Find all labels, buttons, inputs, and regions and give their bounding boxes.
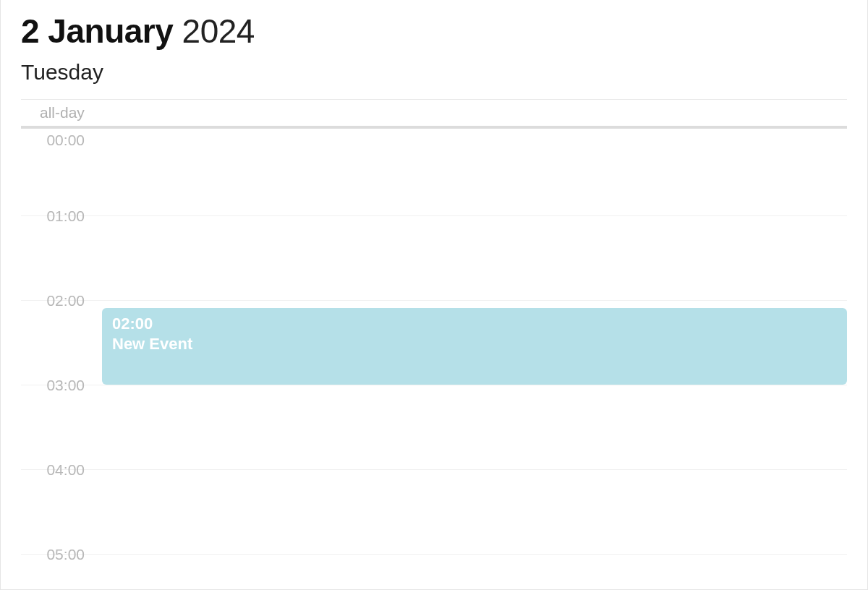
hour-row[interactable]: 00:00 bbox=[21, 129, 847, 215]
event-time: 02:00 bbox=[112, 314, 837, 335]
event-title: New Event bbox=[112, 334, 837, 355]
calendar-header: 2 January 2024 Tuesday bbox=[1, 0, 867, 93]
hour-label: 04:00 bbox=[21, 461, 93, 479]
hour-row[interactable]: 05:00 bbox=[21, 554, 847, 590]
hour-label: 05:00 bbox=[21, 546, 93, 563]
hour-label: 03:00 bbox=[21, 377, 93, 394]
timeline[interactable]: 00:00 01:00 02:00 03:00 04:00 05:00 02:0… bbox=[21, 129, 847, 590]
hour-label: 01:00 bbox=[21, 208, 93, 225]
day-month: 2 January bbox=[21, 12, 173, 50]
hour-row[interactable]: 04:00 bbox=[21, 469, 847, 554]
hour-label: 00:00 bbox=[21, 132, 93, 149]
year: 2024 bbox=[182, 12, 255, 50]
date-title: 2 January 2024 bbox=[21, 13, 847, 50]
hour-label: 02:00 bbox=[21, 292, 93, 309]
hour-row[interactable]: 03:00 bbox=[21, 385, 847, 469]
weekday: Tuesday bbox=[21, 60, 847, 85]
allday-row[interactable]: all-day bbox=[21, 99, 847, 126]
calendar-event[interactable]: 02:00 New Event bbox=[102, 308, 847, 385]
hour-row[interactable]: 01:00 bbox=[21, 215, 847, 300]
allday-label: all-day bbox=[40, 104, 85, 121]
